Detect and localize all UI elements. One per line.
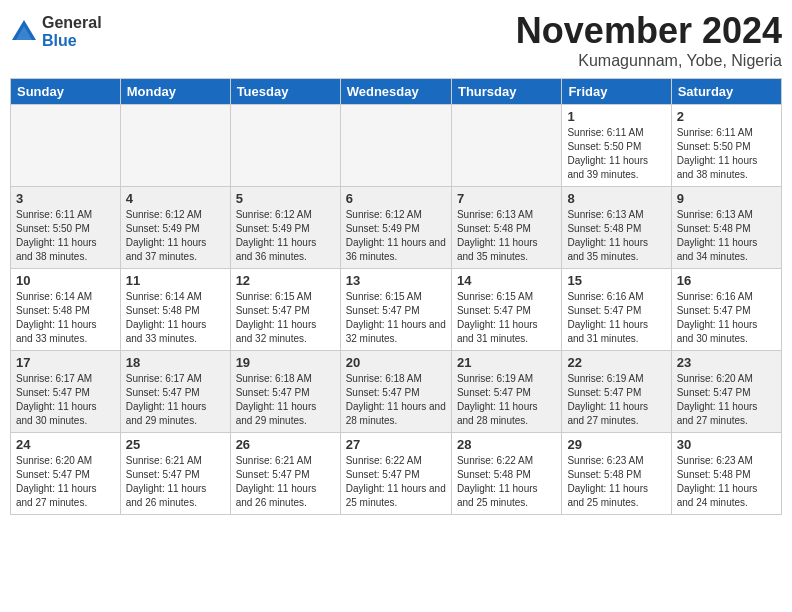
- day-number: 22: [567, 355, 665, 370]
- calendar-cell: 11Sunrise: 6:14 AM Sunset: 5:48 PM Dayli…: [120, 269, 230, 351]
- day-info: Sunrise: 6:11 AM Sunset: 5:50 PM Dayligh…: [677, 126, 776, 182]
- day-info: Sunrise: 6:19 AM Sunset: 5:47 PM Dayligh…: [457, 372, 556, 428]
- calendar-cell: 23Sunrise: 6:20 AM Sunset: 5:47 PM Dayli…: [671, 351, 781, 433]
- day-number: 10: [16, 273, 115, 288]
- calendar-cell: 10Sunrise: 6:14 AM Sunset: 5:48 PM Dayli…: [11, 269, 121, 351]
- day-info: Sunrise: 6:21 AM Sunset: 5:47 PM Dayligh…: [236, 454, 335, 510]
- day-number: 27: [346, 437, 446, 452]
- day-number: 29: [567, 437, 665, 452]
- day-number: 24: [16, 437, 115, 452]
- day-info: Sunrise: 6:20 AM Sunset: 5:47 PM Dayligh…: [677, 372, 776, 428]
- day-info: Sunrise: 6:12 AM Sunset: 5:49 PM Dayligh…: [236, 208, 335, 264]
- calendar-cell: [11, 105, 121, 187]
- day-number: 18: [126, 355, 225, 370]
- day-number: 26: [236, 437, 335, 452]
- calendar-cell: 9Sunrise: 6:13 AM Sunset: 5:48 PM Daylig…: [671, 187, 781, 269]
- day-number: 15: [567, 273, 665, 288]
- calendar: SundayMondayTuesdayWednesdayThursdayFrid…: [10, 78, 782, 515]
- day-number: 5: [236, 191, 335, 206]
- day-number: 4: [126, 191, 225, 206]
- calendar-cell: 12Sunrise: 6:15 AM Sunset: 5:47 PM Dayli…: [230, 269, 340, 351]
- day-info: Sunrise: 6:13 AM Sunset: 5:48 PM Dayligh…: [457, 208, 556, 264]
- weekday-header-saturday: Saturday: [671, 79, 781, 105]
- day-info: Sunrise: 6:16 AM Sunset: 5:47 PM Dayligh…: [677, 290, 776, 346]
- day-number: 1: [567, 109, 665, 124]
- calendar-cell: 16Sunrise: 6:16 AM Sunset: 5:47 PM Dayli…: [671, 269, 781, 351]
- calendar-cell: 30Sunrise: 6:23 AM Sunset: 5:48 PM Dayli…: [671, 433, 781, 515]
- calendar-cell: 2Sunrise: 6:11 AM Sunset: 5:50 PM Daylig…: [671, 105, 781, 187]
- calendar-week-row: 24Sunrise: 6:20 AM Sunset: 5:47 PM Dayli…: [11, 433, 782, 515]
- day-info: Sunrise: 6:18 AM Sunset: 5:47 PM Dayligh…: [346, 372, 446, 428]
- calendar-cell: 22Sunrise: 6:19 AM Sunset: 5:47 PM Dayli…: [562, 351, 671, 433]
- calendar-week-row: 17Sunrise: 6:17 AM Sunset: 5:47 PM Dayli…: [11, 351, 782, 433]
- day-info: Sunrise: 6:17 AM Sunset: 5:47 PM Dayligh…: [16, 372, 115, 428]
- day-info: Sunrise: 6:22 AM Sunset: 5:48 PM Dayligh…: [457, 454, 556, 510]
- day-info: Sunrise: 6:19 AM Sunset: 5:47 PM Dayligh…: [567, 372, 665, 428]
- day-number: 8: [567, 191, 665, 206]
- title-area: November 2024 Kumagunnam, Yobe, Nigeria: [516, 10, 782, 70]
- weekday-header-monday: Monday: [120, 79, 230, 105]
- calendar-header-row: SundayMondayTuesdayWednesdayThursdayFrid…: [11, 79, 782, 105]
- calendar-cell: 13Sunrise: 6:15 AM Sunset: 5:47 PM Dayli…: [340, 269, 451, 351]
- calendar-week-row: 1Sunrise: 6:11 AM Sunset: 5:50 PM Daylig…: [11, 105, 782, 187]
- calendar-cell: 28Sunrise: 6:22 AM Sunset: 5:48 PM Dayli…: [451, 433, 561, 515]
- calendar-cell: 8Sunrise: 6:13 AM Sunset: 5:48 PM Daylig…: [562, 187, 671, 269]
- day-number: 23: [677, 355, 776, 370]
- day-info: Sunrise: 6:11 AM Sunset: 5:50 PM Dayligh…: [16, 208, 115, 264]
- day-number: 11: [126, 273, 225, 288]
- day-number: 9: [677, 191, 776, 206]
- month-title: November 2024: [516, 10, 782, 52]
- calendar-cell: 15Sunrise: 6:16 AM Sunset: 5:47 PM Dayli…: [562, 269, 671, 351]
- day-info: Sunrise: 6:13 AM Sunset: 5:48 PM Dayligh…: [567, 208, 665, 264]
- day-info: Sunrise: 6:21 AM Sunset: 5:47 PM Dayligh…: [126, 454, 225, 510]
- day-info: Sunrise: 6:16 AM Sunset: 5:47 PM Dayligh…: [567, 290, 665, 346]
- weekday-header-sunday: Sunday: [11, 79, 121, 105]
- day-info: Sunrise: 6:18 AM Sunset: 5:47 PM Dayligh…: [236, 372, 335, 428]
- day-number: 3: [16, 191, 115, 206]
- day-info: Sunrise: 6:23 AM Sunset: 5:48 PM Dayligh…: [677, 454, 776, 510]
- day-info: Sunrise: 6:20 AM Sunset: 5:47 PM Dayligh…: [16, 454, 115, 510]
- day-number: 20: [346, 355, 446, 370]
- calendar-week-row: 3Sunrise: 6:11 AM Sunset: 5:50 PM Daylig…: [11, 187, 782, 269]
- day-info: Sunrise: 6:12 AM Sunset: 5:49 PM Dayligh…: [126, 208, 225, 264]
- logo: General Blue: [10, 14, 102, 49]
- logo-blue-text: Blue: [42, 32, 102, 50]
- day-number: 25: [126, 437, 225, 452]
- calendar-cell: 3Sunrise: 6:11 AM Sunset: 5:50 PM Daylig…: [11, 187, 121, 269]
- day-number: 19: [236, 355, 335, 370]
- calendar-cell: [230, 105, 340, 187]
- weekday-header-friday: Friday: [562, 79, 671, 105]
- day-number: 21: [457, 355, 556, 370]
- calendar-cell: 17Sunrise: 6:17 AM Sunset: 5:47 PM Dayli…: [11, 351, 121, 433]
- calendar-cell: [451, 105, 561, 187]
- day-number: 30: [677, 437, 776, 452]
- location-title: Kumagunnam, Yobe, Nigeria: [516, 52, 782, 70]
- calendar-cell: 4Sunrise: 6:12 AM Sunset: 5:49 PM Daylig…: [120, 187, 230, 269]
- day-info: Sunrise: 6:14 AM Sunset: 5:48 PM Dayligh…: [126, 290, 225, 346]
- day-info: Sunrise: 6:12 AM Sunset: 5:49 PM Dayligh…: [346, 208, 446, 264]
- day-number: 7: [457, 191, 556, 206]
- calendar-cell: [340, 105, 451, 187]
- day-info: Sunrise: 6:23 AM Sunset: 5:48 PM Dayligh…: [567, 454, 665, 510]
- calendar-cell: 7Sunrise: 6:13 AM Sunset: 5:48 PM Daylig…: [451, 187, 561, 269]
- day-number: 28: [457, 437, 556, 452]
- calendar-cell: 27Sunrise: 6:22 AM Sunset: 5:47 PM Dayli…: [340, 433, 451, 515]
- day-number: 16: [677, 273, 776, 288]
- day-info: Sunrise: 6:15 AM Sunset: 5:47 PM Dayligh…: [346, 290, 446, 346]
- calendar-cell: 14Sunrise: 6:15 AM Sunset: 5:47 PM Dayli…: [451, 269, 561, 351]
- day-info: Sunrise: 6:15 AM Sunset: 5:47 PM Dayligh…: [236, 290, 335, 346]
- day-info: Sunrise: 6:22 AM Sunset: 5:47 PM Dayligh…: [346, 454, 446, 510]
- day-number: 2: [677, 109, 776, 124]
- day-number: 17: [16, 355, 115, 370]
- calendar-cell: 24Sunrise: 6:20 AM Sunset: 5:47 PM Dayli…: [11, 433, 121, 515]
- day-number: 13: [346, 273, 446, 288]
- calendar-cell: 6Sunrise: 6:12 AM Sunset: 5:49 PM Daylig…: [340, 187, 451, 269]
- calendar-body: 1Sunrise: 6:11 AM Sunset: 5:50 PM Daylig…: [11, 105, 782, 515]
- day-info: Sunrise: 6:13 AM Sunset: 5:48 PM Dayligh…: [677, 208, 776, 264]
- calendar-cell: 1Sunrise: 6:11 AM Sunset: 5:50 PM Daylig…: [562, 105, 671, 187]
- calendar-cell: 25Sunrise: 6:21 AM Sunset: 5:47 PM Dayli…: [120, 433, 230, 515]
- day-number: 12: [236, 273, 335, 288]
- calendar-cell: 18Sunrise: 6:17 AM Sunset: 5:47 PM Dayli…: [120, 351, 230, 433]
- calendar-cell: 5Sunrise: 6:12 AM Sunset: 5:49 PM Daylig…: [230, 187, 340, 269]
- day-info: Sunrise: 6:15 AM Sunset: 5:47 PM Dayligh…: [457, 290, 556, 346]
